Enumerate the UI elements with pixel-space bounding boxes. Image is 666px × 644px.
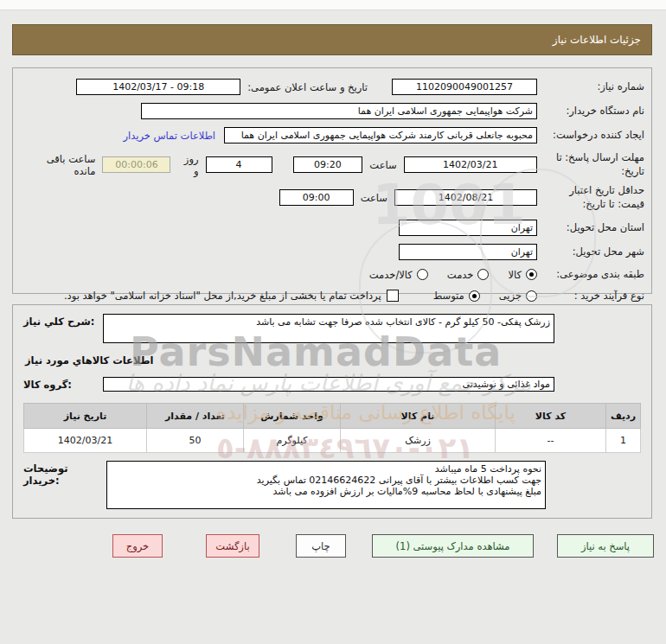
cell-item-code: -- [496, 429, 606, 453]
col-unit: واحد شمارش [244, 404, 341, 429]
need-info-panel: شماره نیاز: 1102090049001257 تاریخ و ساع… [12, 67, 652, 294]
category-option-service[interactable]: خدمت [447, 269, 490, 281]
radio-icon [526, 290, 537, 302]
buyer-notes-line: مبلغ پیشنهادی با لحاظ محاسبه 9%مالیات بر… [111, 486, 541, 497]
requester-label: ایجاد کننده درخواست: [537, 129, 644, 143]
radio-icon [417, 269, 428, 280]
description-field[interactable]: زرشک پفکی- 50 کیلو گرم - کالای انتخاب شد… [103, 314, 554, 343]
items-heading: اطلاعات کالاهاي مورد نیاز [25, 354, 641, 367]
validity-date-field[interactable]: 1402/08/21 [394, 189, 537, 206]
row-validity: حداقل تاریخ اعتبار قیمت: تا تاریخ: 1402/… [20, 184, 644, 211]
validity-time-field[interactable]: 09:00 [279, 189, 354, 206]
goods-group-field[interactable]: مواد غذائی و نوشیدنی [103, 377, 554, 392]
city-label: شهر محل تحویل: [537, 245, 644, 259]
cell-need-date: 1402/03/21 [24, 429, 147, 453]
announce-label: تاریخ و ساعت اعلان عمومی: [247, 81, 368, 93]
deadline-time-field[interactable]: 09:20 [293, 156, 363, 173]
col-quantity: تعداد / مقدار [147, 404, 244, 429]
deadline-days-field[interactable]: 4 [206, 156, 272, 173]
deadline-remaining-label: ساعت باقی مانده [27, 153, 95, 177]
process-option-minor-label: جزیی [499, 290, 522, 302]
category-option-service-label: خدمت [447, 269, 474, 281]
validity-label: حداقل تاریخ اعتبار قیمت: تا تاریخ: [537, 184, 644, 211]
exit-button[interactable]: خروج [112, 534, 163, 558]
description-label: شرح کلي نياز: [23, 314, 103, 328]
row-buyer-notes: توضیحات خریدار: نحوه پرداخت 5 ماه میباشد… [23, 461, 641, 509]
row-city: شهر محل تحویل: تهران [20, 244, 644, 260]
deadline-hour-label: ساعت [369, 159, 396, 171]
treasury-payment-option[interactable]: پرداخت تمام یا بخشی از مبلغ خرید,از محل … [64, 290, 399, 302]
deadline-countdown: 00:00:06 [102, 156, 170, 173]
process-option-minor[interactable]: جزیی [499, 290, 537, 302]
category-option-goods-service[interactable]: کالا/خدمت [369, 269, 428, 281]
requester-field[interactable]: محبوبه جانعلی قربانی کارمند شرکت هواپیما… [224, 127, 537, 143]
row-goods-group: گروه کالا: مواد غذائی و نوشیدنی [23, 377, 641, 392]
col-need-date: تاریخ نیاز [24, 404, 147, 429]
need-detail-panel: شرح کلي نياز: زرشک پفکی- 50 کیلو گرم - ک… [12, 304, 652, 519]
buyer-org-label: نام دستگاه خریدار: [537, 105, 644, 118]
province-field[interactable]: تهران [399, 220, 537, 236]
category-option-goods-service-label: کالا/خدمت [369, 269, 413, 281]
deadline-label: مهلت ارسال پاسخ: تا تاریخ: [537, 151, 644, 178]
process-option-medium[interactable]: متوسط [433, 290, 480, 302]
announce-field[interactable]: 1402/03/17 - 09:18 [76, 79, 240, 95]
deadline-date-field[interactable]: 1402/03/21 [404, 156, 537, 173]
need-number-field[interactable]: 1102090049001257 [392, 79, 537, 95]
radio-selected-icon [526, 269, 537, 280]
cell-quantity: 50 [147, 429, 244, 453]
window-top-strip [0, 0, 666, 10]
row-category: طبقه بندی موضوعی: کالا خدمت کالا/خدمت [20, 268, 644, 282]
items-table-row: 1 -- زرشک کیلوگرم 50 1402/03/21 [24, 429, 641, 453]
row-description: شرح کلي نياز: زرشک پفکی- 50 کیلو گرم - ک… [23, 314, 641, 343]
cell-unit: کیلوگرم [244, 429, 341, 453]
buyer-notes-field[interactable]: نحوه پرداخت 5 ماه میباشد جهت کسب اطلاعات… [106, 461, 546, 509]
col-row-number: ردیف [606, 404, 641, 429]
buyer-notes-line: جهت کسب اطلاعات بیشتر با آقای پیرانی 021… [111, 475, 541, 486]
row-buyer-org: نام دستگاه خریدار: شرکت هواپیمایی جمهوری… [20, 103, 644, 119]
goods-group-label: گروه کالا: [23, 377, 103, 391]
province-label: استان محل تحویل: [537, 221, 644, 235]
buyer-notes-line: نحوه پرداخت 5 ماه میباشد [111, 463, 541, 475]
need-number-label: شماره نیاز: [537, 80, 644, 94]
deadline-days-label: روز و [177, 153, 198, 177]
items-table: ردیف کد کالا نام کالا واحد شمارش تعداد /… [23, 403, 641, 453]
buyer-contact-link[interactable]: اطلاعات تماس خریدار [123, 130, 215, 142]
respond-button[interactable]: پاسخ به نیاز [557, 534, 654, 558]
treasury-checkbox-label: پرداخت تمام یا بخشی از مبلغ خرید,از محل … [64, 290, 381, 302]
cell-row-number: 1 [606, 429, 641, 453]
buyer-org-field[interactable]: شرکت هواپیمایی جمهوری اسلامی ایران هما [141, 103, 537, 119]
row-deadline: مهلت ارسال پاسخ: تا تاریخ: 1402/03/21 سا… [20, 151, 644, 178]
process-type-label: نوع فرآیند خرید : [537, 290, 644, 303]
buyer-notes-label: توضیحات خریدار: [23, 461, 106, 487]
attachments-button[interactable]: مشاهده مدارک پیوستی (1) [372, 534, 534, 558]
row-process-type: نوع فرآیند خرید : جزیی متوسط پرداخت تمام… [20, 290, 644, 303]
validity-hour-label: ساعت [361, 192, 387, 204]
print-button[interactable]: چاپ [296, 534, 346, 558]
row-requester: ایجاد کننده درخواست: محبوبه جانعلی قربان… [20, 127, 644, 143]
items-table-header-row: ردیف کد کالا نام کالا واحد شمارش تعداد /… [24, 404, 641, 429]
col-item-code: کد کالا [496, 404, 606, 429]
row-need-number: شماره نیاز: 1102090049001257 تاریخ و ساع… [20, 79, 644, 95]
radio-selected-icon [469, 290, 480, 302]
action-bar: خروج بازگشت چاپ مشاهده مدارک پیوستی (1) … [0, 534, 666, 558]
city-field[interactable]: تهران [399, 244, 537, 260]
process-option-medium-label: متوسط [433, 290, 464, 302]
row-province: استان محل تحویل: تهران [20, 220, 644, 236]
treasury-checkbox[interactable] [387, 290, 399, 302]
category-option-goods[interactable]: کالا [508, 269, 537, 281]
back-button[interactable]: بازگشت [206, 534, 259, 558]
cell-item-name: زرشک [341, 429, 496, 453]
category-label: طبقه بندی موضوعی: [537, 268, 644, 282]
section-header: جزئیات اطلاعات نیاز [12, 24, 652, 55]
category-option-goods-label: کالا [508, 269, 522, 281]
col-item-name: نام کالا [341, 404, 496, 429]
section-header-title: جزئیات اطلاعات نیاز [553, 34, 641, 46]
radio-icon [477, 269, 489, 280]
